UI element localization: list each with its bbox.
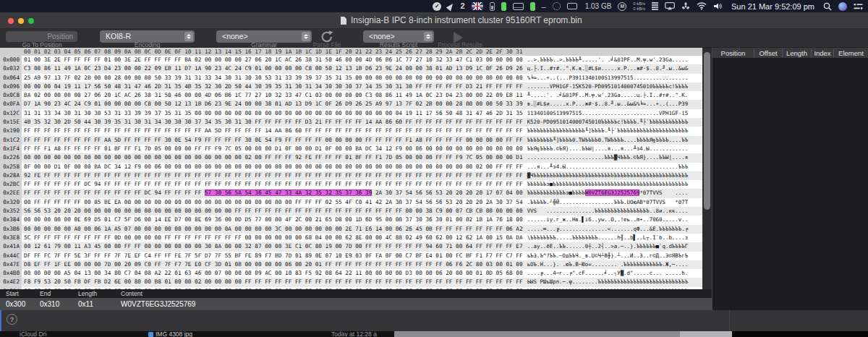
hex-row[interactable]: 0x44CDF FF FC 7F FF 5E 3F FF FF 7F 7E EF… [0, 252, 702, 260]
hex-bytes[interactable]: 4B 35 32 30 2D 50 44 30 39 35 31 30 31 3… [22, 118, 523, 127]
hex-row[interactable]: 0x3E85C FF FF FF FF FF FF FF FF 0D 00 00… [0, 234, 702, 242]
hex-row[interactable]: 0x0C8BA 02 00 00 00 00 27 06 20 1C AC 26… [0, 91, 702, 100]
decoded-text[interactable]: .....═...╔...............<.......qФ...&E… [527, 225, 688, 234]
menu-bar-clock[interactable]: Sun 21 Mar 9:52:09 pm [731, 2, 814, 11]
control-center-icon[interactable] [854, 0, 863, 12]
decoded-text[interactable]: ъЪЭ.Ъ^?ЪЪ.~ОдЪЪЧ._в.U©Ч┴В╫}.┴...И..З..г©… [527, 252, 688, 260]
battery-charged-icon[interactable] [501, 0, 506, 12]
decoded-text[interactable]: ЪЪЪЪЪЪЪЪЪЪЪЪэ■ЪЪЪЪW0VZT6EG3J2525769*07TV… [527, 189, 689, 197]
decoded-text[interactable]: ▓ЧЪЪЪЪЪЪЪЪЪЪЪЪЪЪЪЪЪЪЪЪЪЪЪЪЪЪЪЪЪЪЪЪЪЪЪЪЪЪ… [527, 171, 688, 180]
hex-row[interactable]: 0x0FAD7 1A 90 23 4C 24 C9 01 00 00 00 00… [0, 100, 702, 108]
hex-bytes[interactable]: 00 00 00 00 00 00 00 00 00 00 00 00 00 0… [22, 153, 523, 162]
hex-bytes[interactable]: FF FF FF FF FF FF FF FF FF FF FF FF FF F… [22, 127, 523, 135]
decoded-text[interactable]: ЬЫS PШъШрn.─.╦........ЪЪЪЪЪЪЪЪЪЪЪЪЪЪЪЪЪЪ… [527, 278, 688, 286]
hex-row[interactable]: 0x2EEFF FF FF FF FF FF FF FF FF FF FF FF… [0, 189, 702, 197]
hex-bytes[interactable]: D7 1A 90 23 4C 24 C9 01 00 00 00 00 C8 0… [22, 100, 523, 108]
volume-icon[interactable] [713, 0, 723, 12]
battery-charged-icon-2[interactable] [530, 0, 535, 12]
hex-bytes[interactable]: 25 A9 97 13 7F 02 2B 00 00 28 00 00 00 5… [22, 74, 523, 82]
hex-bytes[interactable]: FF FF FF FF FF FF DC 94 FF FF FF FF FF F… [22, 180, 523, 189]
hex-bytes[interactable]: 00 FF FF FF FF FF 00 85 BE EA 00 00 00 0… [22, 198, 523, 207]
scrollbar-thumb[interactable] [704, 52, 710, 210]
decoded-text[interactable]: ЪЪЪЪЪЪЪЪЪЪЪЪЪЪЪЪЪЪ╙]ЪЪЪЪ.╙├`ЪЪЪЪЪЪЪЪЪЪЪЪ… [527, 127, 688, 135]
decoded-text[interactable]: \ЪЪЪЪЪЪЪЪ.....ЪЪЪЪЪЪЪЪ......h╢..b▌..L┬.I… [527, 234, 688, 242]
app-two-icon[interactable]: 2 [460, 0, 464, 12]
hex-row[interactable]: 0x4B000 00 00 00 A5 04 13 00 34 80 C7 04… [0, 269, 702, 278]
decoded-text[interactable]: ..ay..ёE..ЪЪ......0┼..2┤..>а.─..}.ЪЪЪЪЪЪ… [527, 242, 688, 251]
display-memory-icon[interactable] [567, 0, 577, 12]
decoded-text[interactable]: ...я...╨э4.Ы............................… [527, 163, 688, 171]
hex-bytes[interactable]: 5C FF FF FF FF FF FF FF FF 0D 00 00 00 0… [22, 234, 523, 242]
hex-row[interactable]: 0x2580F 00 00 D1 0F 00 00 BA DC 34 12 F9… [0, 163, 702, 171]
hex-bytes[interactable]: FF FF F1 A8 FF FF FF FF 01 BF FF F1 7D 0… [22, 145, 523, 153]
decoded-text[interactable]: в.░#L$и.....х.P...ж#·$..8.╜.ы..&ы&%╘≈...… [527, 100, 688, 108]
column-header-length[interactable]: Length [783, 49, 812, 57]
vertical-scrollbar[interactable] [702, 48, 712, 289]
hex-bytes[interactable]: BA 02 00 00 00 00 27 06 20 1C AC 26 38 3… [22, 91, 523, 100]
decoded-text[interactable]: ц.├.I..#т#..".К.в.░#L$и.....х.P...ж#·$..… [527, 64, 688, 73]
column-header-position[interactable]: Position [712, 49, 754, 57]
column-header-offset[interactable]: Offset [754, 49, 783, 57]
decoded-text[interactable]: ЪЪЪЪЪЪЪЪ╙]ЪЪЪЪ0.TЫЪЪЪЪ0.TЫЪЪЪЪ....ЪЪЪЪЯ╗… [527, 136, 688, 145]
hex-row[interactable]: 0x4E2F8 F9 53 20 50 FB DF FB D2 6E 00 80… [0, 278, 702, 286]
hex-row[interactable]: 0x06425 A9 97 13 7F 02 2B 00 00 28 00 00… [0, 74, 702, 82]
hex-row[interactable]: 0x190FF FF FF FF FF FF FF FF FF FF FF FF… [0, 127, 702, 135]
hex-bytes[interactable]: C3 08 86 11 49 1A 0C 23 D4 23 00 00 22 0… [22, 64, 523, 73]
hex-bytes[interactable]: 00 00 00 00 00 0E 69 D5 01 C7 5F D6 00 1… [22, 216, 523, 224]
hex-bytes[interactable]: 56 56 53 20 20 20 00 00 00 00 00 00 00 0… [22, 207, 523, 216]
decoded-text[interactable]: ЪЪЪЪЪЪэ■ЪЪЪЪЪЪЪЪЪЪЪЪЪЪЪЪЪЪЪЪЪЪЪЪЪЪЪЪЪЪЪЪ… [527, 180, 688, 189]
help-button[interactable]: ? [7, 314, 17, 325]
decoded-text[interactable]: ......iу.г_ж..Нв.▌i6..уw..O,.!eь..m∙..70… [527, 216, 688, 224]
hex-row[interactable]: 0x47ED8 EF FF 1F EE 00 00 00 7D 00 20 09… [0, 260, 702, 269]
column-header-element[interactable]: Element [834, 49, 868, 57]
decoded-text[interactable]: %╘≈...+..(...P3911340100S13997515.......… [527, 74, 688, 82]
hex-row[interactable]: 0x32000 FF FF FF FF FF 00 85 BE EA 00 00… [0, 198, 702, 207]
uk-flag-icon[interactable] [472, 0, 483, 12]
hex-row[interactable]: 0x032C3 08 86 11 49 1A 0C 23 D4 23 00 00… [0, 64, 702, 73]
hex-bytes[interactable]: FF FF FF FF FF FF FF FF AA 5D FF FF FF F… [22, 136, 523, 145]
hex-row[interactable]: 0x1C2FF FF FF FF FF FF FF FF AA 5D FF FF… [0, 136, 702, 145]
decoded-text[interactable]: K520-PD0951014000745010ЪЪЪЪЪс!ЪЪЪЪ.╙├`ЪЪ… [527, 118, 688, 127]
hex-bytes[interactable]: 92 FE FF FF FF FF FF FF FF FF FF FF FF F… [22, 171, 523, 180]
hex-row[interactable]: 0x38400 00 00 00 00 0E 69 D5 01 C7 5F D6… [0, 216, 702, 224]
close-button[interactable] [8, 18, 14, 24]
hex-bytes[interactable]: 31 31 33 34 30 31 30 30 53 31 33 39 39 3… [22, 109, 523, 118]
hex-row[interactable]: 0x28A92 FE FF FF FF FF FF FF FF FF FF FF… [0, 171, 702, 180]
decoded-text[interactable]: .......VPH1GF-15K520-PD0951014000745010Ъ… [527, 82, 688, 91]
decoded-text[interactable]: .ЪЪЪЪЪ.┘╬Й.................ЪЪЪ.UOюAB*07T… [527, 198, 688, 207]
hex-bytes[interactable]: 01 00 3E 2E FF FF FF FF 01 00 3E 2E FF F… [22, 56, 523, 64]
hex-bytes[interactable]: 0F 00 00 D1 0F 00 00 BA DC 34 12 F9 00 0… [22, 163, 523, 171]
minimize-button[interactable] [18, 18, 24, 24]
siri-icon[interactable] [838, 0, 847, 12]
spotlight-search-icon[interactable] [823, 0, 832, 12]
network-bars-icon[interactable] [652, 0, 658, 12]
hex-bytes[interactable]: D8 EF FF 1F EE 00 00 00 7D 00 20 09 C0 F… [22, 260, 523, 269]
airplay-display-icon[interactable] [665, 0, 675, 12]
hex-row[interactable]: 0x09600 00 00 04 19 11 17 56 50 48 31 47… [0, 82, 702, 91]
position-input[interactable] [6, 31, 77, 42]
hex-bytes[interactable]: F8 F9 53 20 50 FB DF FB D2 6E 00 80 00 B… [22, 278, 523, 286]
m-circle-icon[interactable]: M [618, 0, 626, 12]
hex-row[interactable]: 0x00001 00 3E 2E FF FF FF FF 01 00 3E 2E… [0, 56, 702, 64]
hex-bytes[interactable]: 00 00 00 00 A5 04 13 00 34 80 C7 04 08 A… [22, 269, 523, 278]
decoded-text[interactable]: ....╔...4─г..╒".cF......╛..┐У▓.d".....с.… [527, 269, 688, 278]
location-arrow-icon[interactable] [448, 0, 454, 12]
segmented-circle-icon[interactable] [553, 0, 561, 12]
hex-row[interactable]: 0x1F4FF FF F1 A8 FF FF FF FF 01 BF FF F1… [0, 145, 702, 153]
hex-row[interactable]: 0x12C31 31 33 34 30 31 30 30 53 31 33 39… [0, 109, 702, 118]
decoded-text[interactable]: ьОЪ.Н...}. .юЪ.В~Юо=........ .ЪЪЪЪЪЪЪЪЪЪ… [527, 260, 688, 269]
finder-file-row[interactable]: IMG 4308 jpg [148, 330, 192, 337]
hex-row[interactable]: 0x35256 56 53 20 20 20 00 00 00 00 00 00… [0, 207, 702, 216]
hex-bytes[interactable]: 00 12 61 79 00 11 A3 45 00 00 FF FF 00 0… [22, 242, 523, 251]
hex-bytes[interactable]: DF FF FC 7F FF 5E 3F FF FF 7F 7E EF C4 F… [22, 252, 523, 260]
hex-editor[interactable]: 00 01 02 03 04 05 06 07 08 09 0A 0B 0C 0… [0, 48, 702, 289]
battery-icon[interactable] [490, 0, 495, 12]
shield-check-icon[interactable]: ✓ [433, 0, 441, 12]
decoded-text[interactable]: ........................ЪЪЪ▓ЧЪЪЪ.©ЪЯ}...… [527, 153, 688, 162]
hex-row[interactable]: 0x15E4B 35 32 30 2D 50 44 30 39 35 31 30… [0, 118, 702, 127]
hex-bytes[interactable]: 00 00 00 00 00 A0 00 06 1A A5 07 00 00 0… [22, 225, 523, 234]
hex-row[interactable]: 0x3B600 00 00 00 00 A0 00 06 1A A5 07 00… [0, 225, 702, 234]
hex-row[interactable]: 0x2BCFF FF FF FF FF FF DC 94 FF FF FF FF… [0, 180, 702, 189]
column-header-index[interactable]: Index [812, 49, 834, 57]
hex-row[interactable]: 0x41A00 12 61 79 00 11 A3 45 00 00 FF FF… [0, 242, 702, 251]
